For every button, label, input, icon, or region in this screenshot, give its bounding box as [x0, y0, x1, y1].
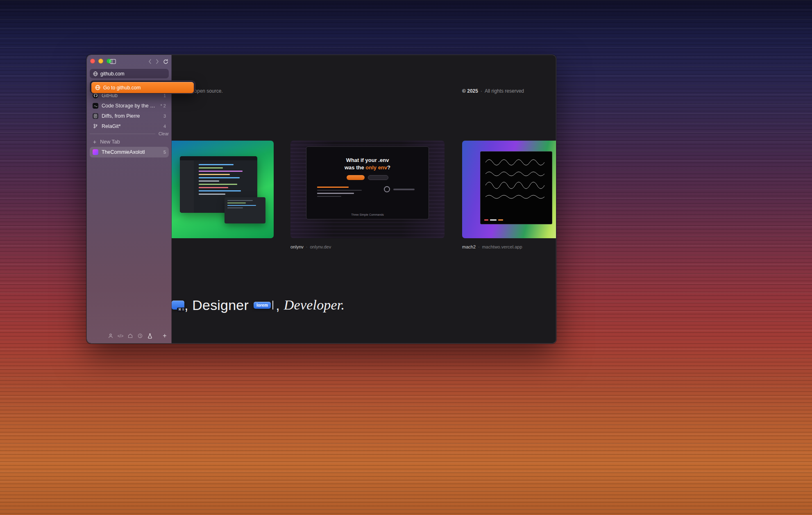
- flask-icon[interactable]: [147, 333, 153, 339]
- hero-text-developer: Developer.: [284, 297, 345, 313]
- profile-icon[interactable]: [107, 333, 114, 339]
- clear-tabs-row: Clear: [90, 131, 169, 136]
- terminal-mock: [317, 185, 374, 199]
- shortcut-key-label: ⌘ S: [177, 308, 186, 312]
- globe-icon: [93, 71, 98, 76]
- tab-label: TheCommieAxolotl: [102, 149, 160, 155]
- page-content: of open source. © 2025 · All rights rese…: [172, 55, 556, 343]
- minimize-button[interactable]: [98, 59, 103, 64]
- code-icon[interactable]: </>: [117, 333, 124, 339]
- project-domain: machtwo.vercel.app: [482, 244, 522, 249]
- history-icon[interactable]: [137, 333, 143, 339]
- onlynv-footnote: Three Simple Commands: [306, 213, 429, 216]
- mach2-screenshot: [480, 151, 552, 224]
- url-input[interactable]: github.com: [90, 69, 169, 78]
- project-card-onlynv[interactable]: What if your .env was the only env? Thre…: [290, 141, 445, 238]
- suggestion-label: Go to github.com: [103, 85, 141, 91]
- clear-button[interactable]: Clear: [159, 131, 169, 136]
- globe-icon: [95, 85, 100, 90]
- sidebar-footer: </> +: [87, 333, 172, 340]
- copyright-sep: ·: [481, 88, 482, 94]
- cta-primary-button[interactable]: [347, 175, 365, 180]
- tab-thecommieaxolotl[interactable]: TheCommieAxolotl 5: [90, 147, 169, 157]
- caption-separator: ·: [478, 244, 480, 249]
- divider: [90, 134, 155, 134]
- add-space-icon[interactable]: +: [161, 333, 168, 339]
- caption-mach2: mach2 · machtwo.vercel.app: [462, 244, 522, 249]
- onlynv-cta-row: [306, 175, 429, 180]
- onlynv-headline: What if your .env was the only env?: [306, 157, 429, 171]
- caption-onlynv: onlynv · onlynv.dev: [290, 244, 331, 249]
- hero-text-designer: , Designer: [184, 297, 249, 313]
- tab-diffs[interactable]: Diffs, from Pierre 3: [90, 111, 169, 121]
- onlynv-screenshot: What if your .env was the only env? Thre…: [306, 146, 429, 219]
- tab-list: GitHub 1 Code Storage by the Pierre Comp…: [90, 90, 169, 131]
- tab-label: Diffs, from Pierre: [102, 113, 160, 119]
- project-card-mach2[interactable]: [462, 141, 556, 238]
- project-card-editor[interactable]: [172, 141, 274, 238]
- go-to-suggestion[interactable]: Go to github.com: [91, 82, 194, 93]
- document-icon: [93, 113, 98, 119]
- progress-mock: [384, 186, 415, 192]
- shortcut-badge: ⌘ S: [172, 301, 184, 310]
- plus-icon: +: [93, 139, 96, 145]
- mach2-statusline: [484, 219, 503, 221]
- text-cursor: [272, 301, 273, 310]
- copyright-year: © 2025: [462, 88, 478, 94]
- home-icon[interactable]: [127, 333, 134, 339]
- lorem-badge: lorem: [254, 302, 271, 309]
- project-domain: onlynv.dev: [310, 244, 331, 249]
- tab-badge: 5: [163, 150, 166, 155]
- new-tab-button[interactable]: + New Tab: [90, 137, 169, 147]
- axolotl-avatar-icon: [93, 149, 98, 155]
- project-name: mach2: [462, 244, 476, 249]
- caption-separator: ·: [306, 244, 308, 249]
- cta-secondary-button[interactable]: [368, 175, 388, 180]
- editor-popup-thumbnail: [225, 197, 265, 223]
- tab-badge: 3: [163, 114, 166, 118]
- copyright-text: © 2025 · All rights reserved: [462, 88, 524, 94]
- tab-badge: 4: [163, 124, 166, 129]
- sidebar: github.com GitHub 1 Code Storage by the …: [87, 55, 172, 343]
- hero-comma: ,: [276, 297, 280, 313]
- waveform-graphic: [484, 155, 549, 208]
- browser-window: github.com GitHub 1 Code Storage by the …: [86, 55, 556, 344]
- url-suggestion-dropdown: Go to github.com: [90, 80, 195, 94]
- sidebar-toggle-icon[interactable]: [110, 59, 116, 64]
- tab-label: Code Storage by the Pierre Compute...: [102, 103, 157, 109]
- project-name: onlynv: [290, 244, 304, 249]
- rights-text: All rights reserved: [485, 88, 524, 94]
- pierre-icon: [93, 103, 98, 109]
- url-text: github.com: [100, 71, 125, 77]
- forward-icon[interactable]: [154, 59, 161, 64]
- tab-code-storage[interactable]: Code Storage by the Pierre Compute... * …: [90, 100, 169, 111]
- tab-label: RelaGit*: [102, 123, 160, 129]
- new-tab-label: New Tab: [100, 139, 120, 145]
- git-branch-icon: [93, 123, 98, 129]
- tab-relagit[interactable]: RelaGit* 4: [90, 121, 169, 131]
- refresh-icon[interactable]: [162, 59, 169, 64]
- tab-badge: * 2: [161, 103, 166, 108]
- close-button[interactable]: [90, 59, 95, 64]
- hero-heading: ⌘ S , Designer lorem , Developer.: [172, 296, 345, 314]
- back-icon[interactable]: [147, 59, 153, 64]
- window-controls: [90, 59, 111, 64]
